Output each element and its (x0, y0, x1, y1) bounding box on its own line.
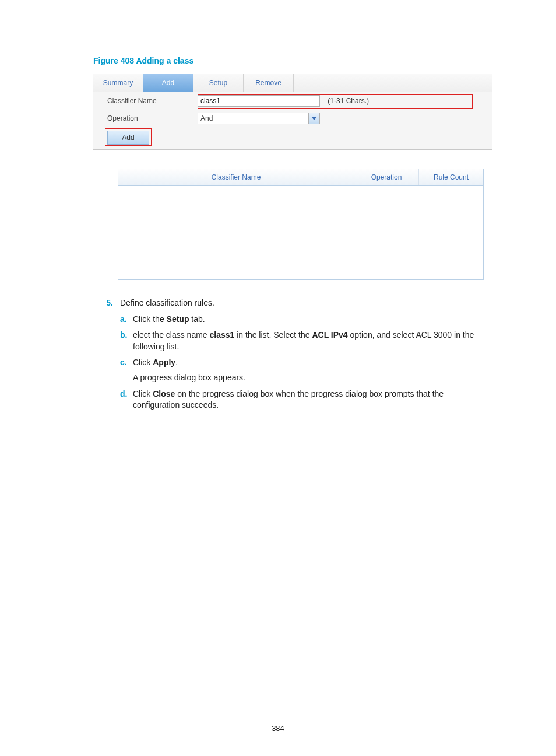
divider (93, 149, 492, 150)
text: Click (133, 358, 153, 367)
text: elect the class name (133, 330, 210, 340)
table-header: Classifier Name Operation Rule Count (118, 169, 483, 186)
table-body-empty (118, 186, 483, 279)
results-table: Classifier Name Operation Rule Count (118, 169, 484, 280)
sub-steps: a. Click the Setup tab. b. elect the cla… (120, 314, 492, 411)
screenshot-panel: Summary Add Setup Remove Classifier Name… (93, 74, 492, 280)
form-area: Classifier Name (1-31 Chars.) Operation … (93, 92, 492, 149)
text: Click the (133, 314, 167, 324)
bold-text: Setup (167, 314, 189, 324)
tab-summary[interactable]: Summary (93, 74, 143, 92)
col-operation[interactable]: Operation (354, 169, 419, 186)
text: tab. (189, 314, 205, 324)
bold-text: ACL IPv4 (312, 330, 347, 340)
substep-d-letter: d. (120, 388, 133, 411)
tab-remove[interactable]: Remove (244, 74, 294, 92)
substep-c-cont: A progress dialog box appears. (133, 372, 492, 384)
substep-d: d. Click Close on the progress dialog bo… (120, 388, 492, 411)
page-number: 384 (0, 724, 556, 733)
operation-dropdown-button[interactable] (308, 113, 319, 124)
substep-a: a. Click the Setup tab. (120, 314, 492, 326)
col-classifier-name[interactable]: Classifier Name (118, 169, 354, 186)
classifier-input[interactable] (198, 95, 320, 107)
substep-b: b. elect the class name class1 in the li… (120, 330, 492, 352)
substep-c-letter: c. (120, 357, 133, 369)
text: Click (133, 389, 153, 398)
substep-c-text: Click Apply. (133, 357, 492, 369)
chevron-down-icon (312, 117, 316, 120)
step-text: Define classification rules. (120, 298, 492, 309)
substep-a-text: Click the Setup tab. (133, 314, 492, 326)
text: in the list. Select the (234, 330, 312, 340)
tab-setup[interactable]: Setup (193, 74, 244, 92)
bold-text: Close (153, 389, 175, 398)
bold-text: Apply (153, 358, 175, 367)
operation-row: Operation And (93, 110, 492, 127)
operation-select[interactable]: And (198, 113, 320, 124)
substep-c: c. Click Apply. (120, 357, 492, 369)
tab-add[interactable]: Add (143, 74, 193, 92)
text: on the progress dialog box when the prog… (133, 389, 444, 410)
bold-text: class1 (210, 330, 235, 340)
instructions: 5. Define classification rules. a. Click… (93, 298, 492, 411)
operation-label: Operation (107, 114, 198, 123)
classifier-row: Classifier Name (1-31 Chars.) (93, 92, 492, 110)
add-button-row: Add (93, 127, 492, 149)
tab-bar: Summary Add Setup Remove (93, 74, 492, 92)
classifier-label: Classifier Name (107, 97, 198, 105)
substep-b-letter: b. (120, 330, 133, 352)
operation-value: And (198, 114, 308, 123)
step-number: 5. (93, 298, 120, 309)
classifier-input-wrap: (1-31 Chars.) (198, 95, 369, 107)
step-5: 5. Define classification rules. (93, 298, 492, 309)
substep-b-text: elect the class name class1 in the list.… (133, 330, 492, 352)
substep-d-text: Click Close on the progress dialog box w… (133, 388, 492, 411)
text: . (175, 358, 178, 367)
chars-hint: (1-31 Chars.) (328, 97, 369, 105)
figure-title: Figure 408 Adding a class (93, 56, 492, 65)
col-rule-count[interactable]: Rule Count (419, 169, 483, 186)
substep-a-letter: a. (120, 314, 133, 326)
add-button[interactable]: Add (107, 131, 149, 145)
